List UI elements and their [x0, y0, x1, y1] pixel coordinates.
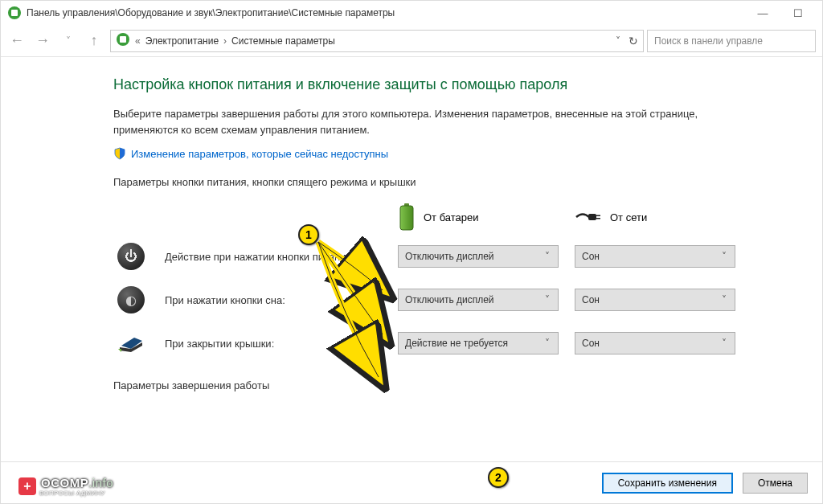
- section-label: Параметры кнопки питания, кнопки спящего…: [113, 176, 785, 188]
- sleep-plugged-dropdown[interactable]: Сон: [575, 289, 735, 311]
- address-bar[interactable]: « Электропитание › Системные параметры: [110, 30, 644, 52]
- plug-icon: [575, 208, 602, 226]
- power-settings-grid: От батареи От сети Действие при нажатии …: [113, 199, 785, 365]
- watermark-plus-icon: +: [18, 477, 36, 495]
- svg-rect-6: [588, 214, 596, 220]
- svg-rect-5: [400, 206, 413, 230]
- power-plugged-dropdown[interactable]: Сон: [575, 245, 735, 268]
- cancel-button[interactable]: Отмена: [743, 473, 808, 494]
- maximize-button[interactable]: [780, 2, 816, 24]
- search-input[interactable]: Поиск в панели управле: [647, 30, 816, 52]
- sleep-button-icon: [113, 278, 149, 322]
- navbar: « Электропитание › Системные параметры П…: [1, 25, 822, 57]
- column-header-plugged: От сети: [575, 199, 735, 235]
- battery-icon: [398, 203, 416, 231]
- refresh-icon[interactable]: [629, 35, 638, 47]
- control-panel-icon: [7, 6, 22, 20]
- laptop-lid-icon: [113, 322, 149, 365]
- row-label-power: Действие при нажатии кнопки питания:: [165, 235, 382, 278]
- annotation-1: 1: [298, 224, 319, 245]
- back-button[interactable]: [6, 30, 28, 52]
- svg-rect-7: [596, 215, 600, 217]
- breadcrumb-sep: ›: [223, 35, 227, 47]
- breadcrumb-sep: «: [135, 35, 141, 47]
- row-label-lid: При закрытии крышки:: [165, 322, 382, 365]
- power-battery-dropdown[interactable]: Отключить дисплей: [398, 245, 559, 268]
- svg-rect-3: [120, 36, 126, 43]
- watermark: + OCOMP.info ВОПРОСЫ АДМИНУ: [18, 476, 113, 497]
- row-label-sleep: При нажатии кнопки сна:: [165, 278, 382, 322]
- control-panel-icon: [116, 32, 130, 49]
- lid-plugged-dropdown[interactable]: Сон: [575, 332, 735, 354]
- history-dropdown[interactable]: [57, 30, 80, 52]
- annotation-2: 2: [488, 467, 509, 488]
- breadcrumb-item[interactable]: Системные параметры: [231, 35, 335, 47]
- titlebar: Панель управления\Оборудование и звук\Эл…: [1, 1, 822, 25]
- window-title: Панель управления\Оборудование и звук\Эл…: [27, 7, 745, 18]
- section-label-shutdown: Параметры завершения работы: [113, 379, 785, 391]
- svg-rect-8: [596, 218, 600, 219]
- svg-rect-1: [11, 10, 18, 16]
- minimize-button[interactable]: [745, 2, 780, 24]
- breadcrumb-item[interactable]: Электропитание: [145, 35, 219, 47]
- change-unavailable-link[interactable]: Изменение параметров, которые сейчас нед…: [131, 148, 388, 160]
- shield-icon: [113, 147, 126, 160]
- forward-button[interactable]: [31, 30, 54, 52]
- page-title: Настройка кнопок питания и включение защ…: [113, 76, 785, 93]
- page-description: Выберите параметры завершения работы для…: [113, 106, 732, 137]
- power-button-icon: [113, 235, 149, 278]
- address-dropdown-icon[interactable]: [616, 35, 620, 47]
- up-button[interactable]: [83, 30, 105, 52]
- search-placeholder: Поиск в панели управле: [654, 35, 763, 47]
- save-button[interactable]: Сохранить изменения: [602, 473, 733, 494]
- lid-battery-dropdown[interactable]: Действие не требуется: [398, 332, 559, 354]
- sleep-battery-dropdown[interactable]: Отключить дисплей: [398, 289, 559, 311]
- column-header-battery: От батареи: [398, 199, 559, 235]
